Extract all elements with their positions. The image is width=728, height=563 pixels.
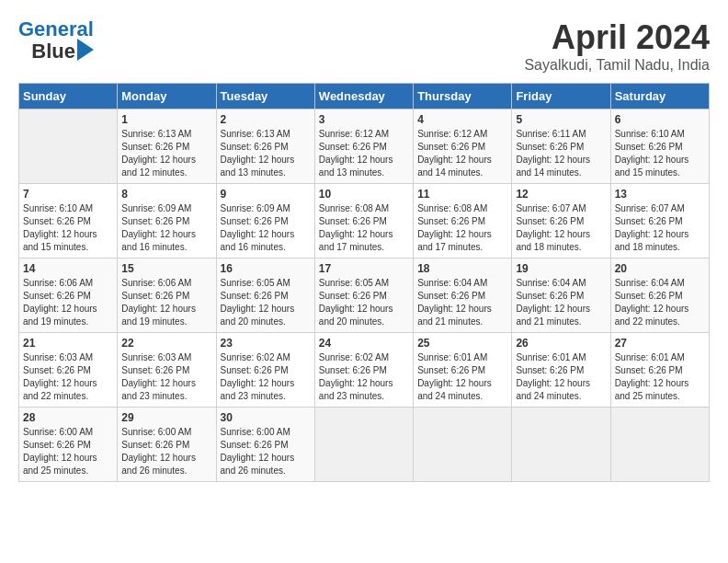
day-number: 5	[516, 113, 606, 126]
day-info: Sunrise: 6:08 AM Sunset: 6:26 PM Dayligh…	[319, 202, 409, 254]
day-info: Sunrise: 6:07 AM Sunset: 6:26 PM Dayligh…	[516, 202, 606, 254]
calendar-cell: 15Sunrise: 6:06 AM Sunset: 6:26 PM Dayli…	[118, 259, 216, 333]
page-header: General Blue April 2024 Sayalkudi, Tamil…	[18, 18, 710, 74]
weekday-header: Monday	[118, 84, 216, 109]
day-info: Sunrise: 6:03 AM Sunset: 6:26 PM Dayligh…	[121, 351, 211, 403]
calendar-cell: 14Sunrise: 6:06 AM Sunset: 6:26 PM Dayli…	[19, 259, 118, 333]
day-number: 11	[417, 188, 507, 201]
calendar-cell: 24Sunrise: 6:02 AM Sunset: 6:26 PM Dayli…	[314, 333, 413, 408]
day-number: 4	[417, 113, 507, 126]
day-info: Sunrise: 6:10 AM Sunset: 6:26 PM Dayligh…	[23, 202, 113, 254]
calendar-week-row: 21Sunrise: 6:03 AM Sunset: 6:26 PM Dayli…	[19, 333, 710, 408]
weekday-header: Tuesday	[216, 84, 314, 109]
day-number: 14	[23, 262, 113, 275]
calendar-cell: 12Sunrise: 6:07 AM Sunset: 6:26 PM Dayli…	[512, 184, 610, 259]
day-number: 9	[221, 188, 311, 201]
day-number: 22	[121, 337, 211, 350]
day-info: Sunrise: 6:07 AM Sunset: 6:26 PM Dayligh…	[615, 202, 705, 254]
day-number: 7	[23, 188, 113, 201]
weekday-header: Saturday	[610, 84, 709, 109]
logo: General Blue	[18, 18, 94, 63]
calendar-cell: 20Sunrise: 6:04 AM Sunset: 6:26 PM Dayli…	[610, 259, 709, 333]
weekday-header: Friday	[512, 84, 610, 109]
calendar-cell	[314, 408, 413, 482]
calendar-cell: 7Sunrise: 6:10 AM Sunset: 6:26 PM Daylig…	[19, 184, 118, 259]
day-number: 19	[516, 262, 606, 275]
calendar-cell	[19, 109, 118, 184]
day-number: 28	[23, 411, 113, 424]
calendar-header-row: SundayMondayTuesdayWednesdayThursdayFrid…	[19, 84, 710, 109]
day-info: Sunrise: 6:00 AM Sunset: 6:26 PM Dayligh…	[121, 426, 211, 477]
day-info: Sunrise: 6:02 AM Sunset: 6:26 PM Dayligh…	[319, 351, 409, 403]
calendar-cell: 6Sunrise: 6:10 AM Sunset: 6:26 PM Daylig…	[610, 109, 709, 184]
calendar-week-row: 14Sunrise: 6:06 AM Sunset: 6:26 PM Dayli…	[19, 259, 710, 333]
calendar-cell: 17Sunrise: 6:05 AM Sunset: 6:26 PM Dayli…	[314, 259, 413, 333]
day-info: Sunrise: 6:01 AM Sunset: 6:26 PM Dayligh…	[417, 351, 507, 403]
calendar-body: 1Sunrise: 6:13 AM Sunset: 6:26 PM Daylig…	[19, 109, 710, 482]
calendar-week-row: 7Sunrise: 6:10 AM Sunset: 6:26 PM Daylig…	[19, 184, 710, 259]
calendar-cell	[512, 408, 610, 482]
day-info: Sunrise: 6:12 AM Sunset: 6:26 PM Dayligh…	[319, 128, 409, 179]
logo-arrow-icon	[77, 39, 94, 61]
calendar-cell: 3Sunrise: 6:12 AM Sunset: 6:26 PM Daylig…	[314, 109, 413, 184]
day-number: 8	[121, 188, 211, 201]
day-info: Sunrise: 6:03 AM Sunset: 6:26 PM Dayligh…	[23, 351, 113, 403]
calendar-cell: 1Sunrise: 6:13 AM Sunset: 6:26 PM Daylig…	[118, 109, 216, 184]
calendar-cell	[610, 408, 709, 482]
calendar-cell: 23Sunrise: 6:02 AM Sunset: 6:26 PM Dayli…	[216, 333, 314, 408]
day-info: Sunrise: 6:06 AM Sunset: 6:26 PM Dayligh…	[121, 277, 211, 328]
day-info: Sunrise: 6:13 AM Sunset: 6:26 PM Dayligh…	[121, 128, 211, 179]
logo-blue: Blue	[31, 40, 75, 63]
calendar-cell: 25Sunrise: 6:01 AM Sunset: 6:26 PM Dayli…	[414, 333, 512, 408]
day-number: 18	[417, 262, 507, 275]
calendar-week-row: 1Sunrise: 6:13 AM Sunset: 6:26 PM Daylig…	[19, 109, 710, 184]
day-info: Sunrise: 6:10 AM Sunset: 6:26 PM Dayligh…	[615, 128, 705, 179]
calendar-cell: 18Sunrise: 6:04 AM Sunset: 6:26 PM Dayli…	[414, 259, 512, 333]
calendar-cell	[414, 408, 512, 482]
logo-general: General	[18, 17, 94, 40]
day-info: Sunrise: 6:06 AM Sunset: 6:26 PM Dayligh…	[23, 277, 113, 328]
calendar-cell: 13Sunrise: 6:07 AM Sunset: 6:26 PM Dayli…	[610, 184, 709, 259]
day-number: 3	[319, 113, 409, 126]
main-title: April 2024	[524, 18, 710, 57]
day-number: 2	[221, 113, 311, 126]
calendar-cell: 10Sunrise: 6:08 AM Sunset: 6:26 PM Dayli…	[314, 184, 413, 259]
day-number: 23	[221, 337, 311, 350]
day-number: 6	[615, 113, 705, 126]
day-number: 29	[121, 411, 211, 424]
weekday-header: Wednesday	[314, 84, 413, 109]
calendar-cell: 11Sunrise: 6:08 AM Sunset: 6:26 PM Dayli…	[414, 184, 512, 259]
calendar-table: SundayMondayTuesdayWednesdayThursdayFrid…	[18, 83, 710, 482]
day-number: 17	[319, 262, 409, 275]
calendar-cell: 29Sunrise: 6:00 AM Sunset: 6:26 PM Dayli…	[118, 408, 216, 482]
calendar-cell: 5Sunrise: 6:11 AM Sunset: 6:26 PM Daylig…	[512, 109, 610, 184]
day-info: Sunrise: 6:04 AM Sunset: 6:26 PM Dayligh…	[516, 277, 606, 328]
day-info: Sunrise: 6:12 AM Sunset: 6:26 PM Dayligh…	[417, 128, 507, 179]
calendar-cell: 30Sunrise: 6:00 AM Sunset: 6:26 PM Dayli…	[216, 408, 314, 482]
day-number: 27	[615, 337, 705, 350]
day-info: Sunrise: 6:11 AM Sunset: 6:26 PM Dayligh…	[516, 128, 606, 179]
day-number: 25	[417, 337, 507, 350]
calendar-cell: 9Sunrise: 6:09 AM Sunset: 6:26 PM Daylig…	[216, 184, 314, 259]
day-number: 21	[23, 337, 113, 350]
logo-text: General	[18, 18, 94, 40]
calendar-cell: 22Sunrise: 6:03 AM Sunset: 6:26 PM Dayli…	[118, 333, 216, 408]
calendar-cell: 4Sunrise: 6:12 AM Sunset: 6:26 PM Daylig…	[414, 109, 512, 184]
day-number: 30	[221, 411, 311, 424]
calendar-cell: 16Sunrise: 6:05 AM Sunset: 6:26 PM Dayli…	[216, 259, 314, 333]
day-number: 10	[319, 188, 409, 201]
day-info: Sunrise: 6:00 AM Sunset: 6:26 PM Dayligh…	[221, 426, 311, 477]
day-info: Sunrise: 6:13 AM Sunset: 6:26 PM Dayligh…	[221, 128, 311, 179]
day-number: 15	[121, 262, 211, 275]
title-block: April 2024 Sayalkudi, Tamil Nadu, India	[524, 18, 710, 74]
day-number: 13	[615, 188, 705, 201]
day-info: Sunrise: 6:09 AM Sunset: 6:26 PM Dayligh…	[121, 202, 211, 254]
weekday-header: Thursday	[414, 84, 512, 109]
day-number: 24	[319, 337, 409, 350]
day-number: 12	[516, 188, 606, 201]
day-number: 20	[615, 262, 705, 275]
day-number: 1	[121, 113, 211, 126]
subtitle: Sayalkudi, Tamil Nadu, India	[524, 57, 710, 74]
day-info: Sunrise: 6:00 AM Sunset: 6:26 PM Dayligh…	[23, 426, 113, 477]
calendar-cell: 21Sunrise: 6:03 AM Sunset: 6:26 PM Dayli…	[19, 333, 118, 408]
